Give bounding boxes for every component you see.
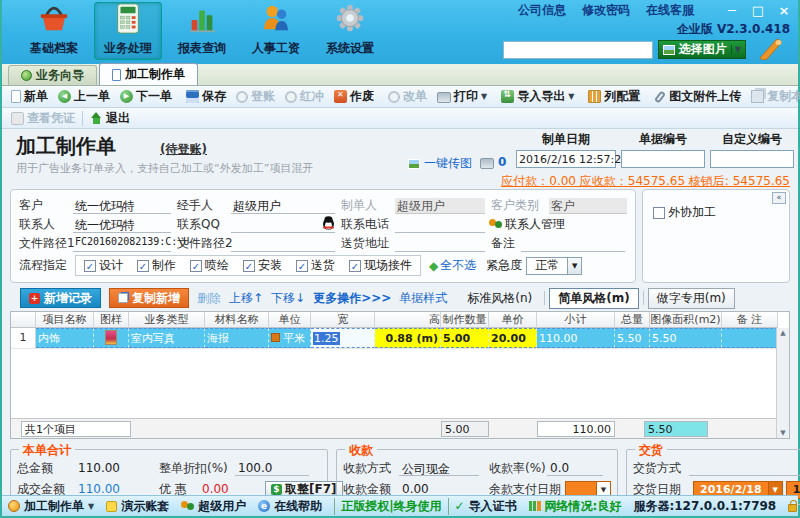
doc-style-link[interactable]: 单据样式 [399, 290, 447, 307]
pay-rate-field[interactable]: 0.0 [547, 461, 603, 476]
col-material[interactable]: 材料名称 [205, 312, 269, 328]
order-number-input[interactable] [621, 150, 705, 168]
order-date-select[interactable]: 2016/2/16 12:57:23▼ [516, 150, 616, 168]
collapse-panel-icon[interactable]: « [772, 192, 786, 204]
col-area[interactable]: 图像面积(m2) [650, 312, 722, 328]
checkbox-deliver[interactable]: ✓送货 [296, 257, 335, 274]
cell-thumbnail[interactable] [94, 328, 129, 348]
checkbox-make[interactable]: ✓制作 [137, 257, 176, 274]
nav-item-settings[interactable]: 系统设置 [316, 2, 384, 60]
status-account-set[interactable]: 演示账套 [106, 498, 169, 515]
attachment-upload-button[interactable]: 图文附件上传 [649, 88, 746, 105]
save-button[interactable]: 保存 [181, 88, 231, 105]
style-tab-standard[interactable]: 标准风格(n) [459, 289, 540, 308]
cell-material[interactable]: 海报 [205, 328, 269, 348]
copy-add-button[interactable]: 复制新增 [109, 288, 189, 308]
status-doc-menu[interactable]: 加工制作单▼ [8, 498, 94, 515]
exit-button[interactable]: 退出 [85, 110, 135, 127]
col-width[interactable]: 宽 [311, 312, 375, 328]
thumbnail-image[interactable] [105, 330, 117, 345]
one-key-upload-link[interactable]: 一键传图 [408, 155, 472, 172]
scroll-up-icon[interactable]: ▲ [780, 329, 785, 337]
delivery-address-field[interactable] [395, 236, 485, 252]
col-total[interactable]: 总量 [615, 312, 650, 328]
import-cert-link[interactable]: ✓导入证书 [455, 498, 517, 515]
select-image-button[interactable]: 选择图片 ▼ [658, 40, 746, 59]
tab-business-wizard[interactable]: 业务向导 [8, 65, 97, 85]
online-support-link[interactable]: 在线客服 [646, 2, 694, 19]
urgency-select[interactable]: 正常▼ [526, 257, 582, 275]
checkbox-outsource[interactable]: 外协加工 [653, 204, 716, 221]
minimize-button[interactable]: ─ [724, 3, 740, 18]
copy-order-button[interactable]: 复制本单 [746, 88, 800, 105]
contact-field[interactable]: 统一优玛特 [73, 217, 171, 233]
modify-order-button[interactable]: 改单 [383, 88, 432, 105]
table-row[interactable]: 1 内饰 室内写真 海报 平米 1.25 0.88 (m) 5.00 20.00… [11, 328, 789, 348]
style-tab-simple[interactable]: 简单风格(m) [549, 288, 638, 309]
contact-manager-link[interactable]: 联系人管理 [489, 216, 565, 233]
checkbox-install[interactable]: ✓安装 [243, 257, 282, 274]
checkbox-onsite[interactable]: ✓现场接件 [349, 257, 412, 274]
maximize-button[interactable]: □ [750, 3, 766, 18]
cell-unit[interactable]: 平米 [269, 328, 311, 348]
column-config-button[interactable]: 列配置 [583, 88, 645, 105]
discount-field[interactable]: 100.0 [235, 461, 309, 476]
qq-icon[interactable] [322, 216, 335, 230]
scroll-down-icon[interactable]: ▼ [780, 429, 785, 437]
nav-item-business[interactable]: 业务处理 [94, 2, 162, 60]
add-record-button[interactable]: +新增记录 [20, 288, 101, 308]
new-order-button[interactable]: 新单 [6, 88, 53, 105]
cell-note[interactable] [722, 328, 778, 348]
qq-field[interactable] [231, 217, 335, 233]
close-button[interactable]: × [776, 3, 792, 18]
pay-method-field[interactable]: 公司现金 [399, 461, 479, 476]
more-actions-link[interactable]: 更多操作>>> [313, 290, 391, 307]
cell-item-name[interactable]: 内饰 [36, 328, 94, 348]
prev-order-button[interactable]: 上一单 [53, 88, 115, 105]
print-button[interactable]: 打印▼ [432, 88, 492, 105]
move-up-link[interactable]: 上移↑ [229, 290, 263, 307]
delivery-method-field[interactable] [689, 461, 800, 476]
company-info-link[interactable]: 公司信息 [518, 2, 566, 19]
next-order-button[interactable]: 下一单 [115, 88, 177, 105]
select-none-link[interactable]: 全不选 [440, 257, 476, 274]
phone-field[interactable] [395, 217, 485, 233]
print-count[interactable]: 0 [480, 155, 506, 169]
col-item-name[interactable]: 项目名称 [36, 312, 94, 328]
import-export-button[interactable]: 导入导出▼ [496, 88, 579, 105]
col-note[interactable]: 备 注 [722, 312, 778, 328]
pending-status-link[interactable]: (待登账) [160, 141, 207, 158]
delete-row-link[interactable]: 删除 [197, 290, 221, 307]
red-reverse-button[interactable]: 红冲 [280, 88, 329, 105]
vertical-scrollbar[interactable]: ▲▼ [776, 328, 789, 438]
void-button[interactable]: 作废 [329, 88, 379, 105]
col-price[interactable]: 单价 [489, 312, 537, 328]
col-unit[interactable]: 单位 [269, 312, 311, 328]
move-down-link[interactable]: 下移↓ [271, 290, 305, 307]
checkbox-spray[interactable]: ✓喷绘 [190, 257, 229, 274]
cell-business-type[interactable]: 室内写真 [129, 328, 205, 348]
chevron-down-icon[interactable]: ▼ [567, 258, 581, 274]
customer-field[interactable]: 统一优玛特 [73, 198, 171, 214]
nav-item-reports[interactable]: 报表查询 [168, 2, 236, 60]
nav-item-hr-payroll[interactable]: 人事工资 [242, 2, 310, 60]
post-account-button[interactable]: 登账 [231, 88, 280, 105]
cell-qty[interactable]: 5.00 [441, 328, 489, 348]
tab-processing-order[interactable]: 加工制作单 [99, 63, 198, 85]
view-voucher-button[interactable]: 查看凭证 [6, 110, 80, 127]
receivable-summary-link[interactable]: 应付款：0.00 应收款：54575.65 核销后: 54575.65 [501, 173, 790, 190]
cell-height[interactable]: 0.88 (m) [375, 328, 441, 348]
file-path1-field[interactable]: FC201602082139:C:\U [73, 236, 171, 252]
note-field[interactable] [521, 236, 625, 252]
col-height[interactable]: 高 [375, 312, 441, 328]
cell-width-editing[interactable]: 1.25 [311, 328, 375, 348]
col-subtotal[interactable]: 小计 [537, 312, 615, 328]
handler-field[interactable]: 超级用户 [231, 198, 335, 214]
custom-number-input[interactable] [710, 150, 794, 168]
col-business-type[interactable]: 业务类型 [129, 312, 205, 328]
status-current-user[interactable]: 超级用户 [181, 498, 246, 515]
lock-screen-button[interactable]: 锁屏 [788, 498, 800, 515]
status-online-help[interactable]: e在线帮助 [258, 498, 322, 515]
nav-item-base-archive[interactable]: 基础档案 [20, 2, 88, 60]
cell-price[interactable]: 20.00 [489, 328, 537, 348]
